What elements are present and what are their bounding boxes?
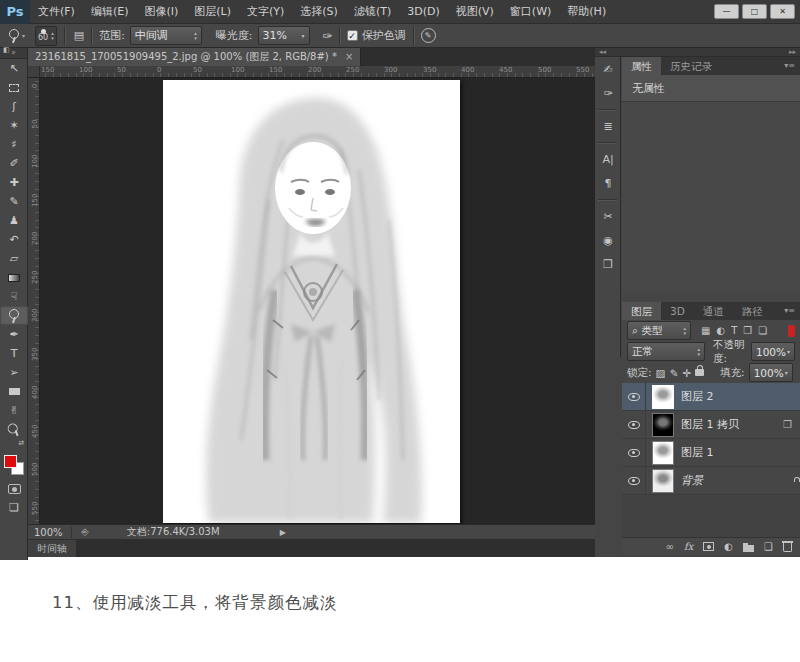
range-dropdown[interactable]: 中间调 ▴▾ [130,26,202,45]
adjustment-layer-icon[interactable]: ◐ [724,541,733,552]
eyedropper-tool[interactable]: ✐ [0,154,28,173]
link-layers-icon[interactable]: ∞ [666,541,674,552]
close-document-icon[interactable]: × [345,48,353,66]
layer-thumbnail[interactable] [652,441,674,465]
menu-edit[interactable]: 编辑(E) [83,0,137,24]
layer-row-background[interactable]: 背景 [622,467,800,495]
history-brush-tool[interactable]: ↶ [0,230,28,249]
crop-tool[interactable]: ♯ [0,135,28,154]
tab-3d[interactable]: 3D [661,302,694,320]
filter-switch-toggle[interactable] [788,325,795,337]
menu-help[interactable]: 帮助(H) [559,0,614,24]
smudge-tool[interactable]: ☟ [0,287,28,306]
expand-panels-icon[interactable]: ▸▸ [789,48,796,56]
layer-row-layer1-copy[interactable]: 图层 1 拷贝 ❐ [622,411,800,439]
delete-layer-icon[interactable] [783,543,792,552]
cc-libraries-panel-icon[interactable]: ◉ [595,228,621,252]
paragraph-panel-icon[interactable]: ¶ [595,171,621,195]
screen-mode-toggle[interactable]: ❏ [0,498,28,517]
layer-name[interactable]: 图层 1 拷贝 [681,417,783,432]
marquee-tool[interactable] [0,78,28,97]
brush-preset-picker[interactable]: 60 ▴▾ [35,26,57,46]
brush-tool[interactable]: ✎ [0,192,28,211]
collapse-panels-icon[interactable]: ◂◂ [599,48,606,56]
layer-name[interactable]: 图层 1 [681,445,800,460]
panel-menu-icon[interactable]: ▾≡ [784,302,800,320]
lasso-tool[interactable]: ʃ [0,97,28,116]
new-layer-icon[interactable]: ❑ [764,541,773,552]
layer-row-layer1[interactable]: 图层 1 [622,439,800,467]
layer-thumbnail[interactable] [652,413,674,437]
filter-image-icon[interactable]: ▦ [701,325,710,336]
blend-mode-dropdown[interactable]: 正常 ▴▾ [627,342,705,361]
menu-3d[interactable]: 3D(D) [399,0,448,24]
menu-layer[interactable]: 图层(L) [186,0,239,24]
visibility-toggle[interactable] [622,467,646,495]
tab-paths[interactable]: 路径 [733,302,772,320]
menu-view[interactable]: 视图(V) [448,0,502,24]
swap-colors-icon[interactable]: ◧⇄ [0,439,27,447]
current-tool-chip[interactable]: ▾ [8,29,25,43]
minimize-button[interactable]: — [714,4,739,19]
panel-menu-icon[interactable]: ▾≡ [784,57,800,75]
layer-style-icon[interactable]: fx [684,541,693,552]
type-tool[interactable]: T [0,344,28,363]
tool-presets-panel-icon[interactable]: ✍ [595,57,621,81]
tab-channels[interactable]: 通道 [694,302,733,320]
visibility-toggle[interactable] [622,439,646,467]
tab-history[interactable]: 历史记录 [661,57,721,75]
opacity-dropdown[interactable]: 100% ▾ [751,342,795,361]
zoom-level[interactable]: 100% [28,527,72,538]
horizontal-ruler[interactable]: 150100 500 50100 150200 250300 350400 45… [40,66,595,78]
menu-type[interactable]: 文字(Y) [239,0,292,24]
notes-panel-icon[interactable]: ❒ [595,252,621,276]
tab-layers[interactable]: 图层 [622,302,661,320]
fill-dropdown[interactable]: 100% ▾ [749,363,793,382]
filter-adjustment-icon[interactable]: ◐ [716,325,725,336]
close-button[interactable]: ✕ [770,4,795,19]
add-mask-icon[interactable] [703,542,714,551]
clone-stamp-tool[interactable]: ♟ [0,211,28,230]
vertical-ruler[interactable]: 050 100150 200250 300350 400450 500550 [28,78,40,524]
layer-name[interactable]: 图层 2 [681,389,800,404]
dodge-tool[interactable] [0,306,28,325]
gradient-tool[interactable] [0,268,28,287]
visibility-toggle[interactable] [622,411,646,439]
new-group-icon[interactable] [743,545,754,552]
maximize-button[interactable]: □ [742,4,767,19]
layer-row-layer2[interactable]: 图层 2 [622,383,800,411]
export-icon[interactable]: ⎆ [82,527,89,538]
brush-panel-icon[interactable]: ✑ [595,81,621,105]
move-tool[interactable]: ↖ [0,59,28,78]
visibility-toggle[interactable] [622,383,646,411]
document-tab[interactable]: 23161815_170051909495_2.jpg @ 100% (图层 2… [28,48,361,66]
brush-spinner[interactable]: ▴▾ [51,31,54,41]
path-selection-tool[interactable]: ➢ [0,363,28,382]
filter-kind-dropdown[interactable]: ⌕ 类型 ▴▾ [627,321,691,340]
shape-tool[interactable] [0,382,28,401]
hand-tool[interactable]: ✌ [0,401,28,420]
quick-mask-toggle[interactable] [0,479,28,498]
healing-brush-tool[interactable]: ✚ [0,173,28,192]
menu-file[interactable]: 文件(F) [30,0,83,24]
layer-thumbnail[interactable] [652,385,674,409]
default-colors-icon[interactable]: ◧ [3,46,10,54]
protect-tones-checkbox[interactable]: ✓ [347,30,358,41]
airbrush-toggle-icon[interactable]: ✑ [322,29,332,43]
lock-all-icon[interactable] [695,369,704,376]
eraser-tool[interactable]: ▱ [0,249,28,268]
brush-panel-toggle-icon[interactable]: ▤ [74,29,84,42]
clone-source-panel-icon[interactable]: ≣ [595,114,621,138]
layer-thumbnail[interactable] [652,469,674,493]
magic-wand-tool[interactable]: ✶ [0,116,28,135]
tools-panel-icon[interactable]: ✂ [595,204,621,228]
timeline-tab[interactable]: 时间轴 [28,540,76,557]
menu-image[interactable]: 图像(I) [136,0,186,24]
menu-window[interactable]: 窗口(W) [502,0,559,24]
filter-shape-icon[interactable]: ❒ [743,325,752,336]
lock-transparency-icon[interactable]: ▨ [656,367,666,379]
brush-pressure-toggle-icon[interactable]: ✎ [421,28,436,43]
menu-filter[interactable]: 滤镜(T) [346,0,399,24]
menu-select[interactable]: 选择(S) [292,0,346,24]
tab-properties[interactable]: 属性 [622,57,661,75]
